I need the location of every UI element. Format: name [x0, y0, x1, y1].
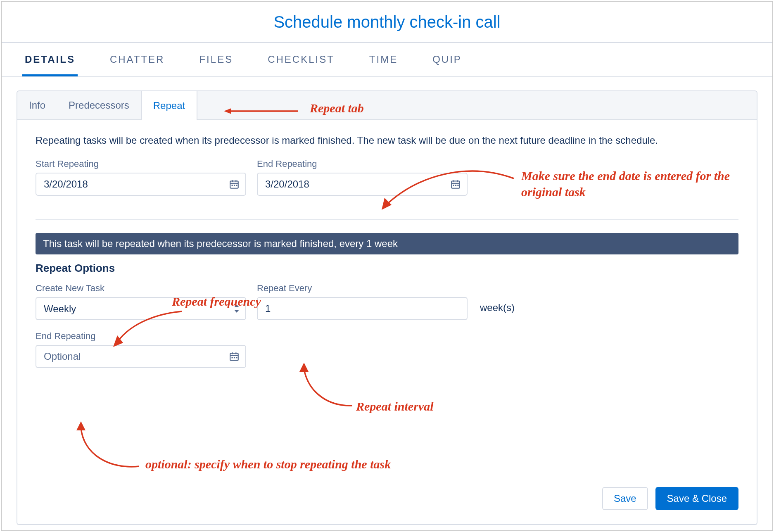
date-row: Start Repeating End Repeating — [36, 159, 738, 196]
svg-marker-15 — [234, 310, 239, 313]
end-repeating-bottom-field: End Repeating — [36, 331, 246, 368]
repeat-every-input-wrap — [257, 297, 468, 320]
tab-quip[interactable]: QUIP — [430, 43, 464, 76]
save-button[interactable]: Save — [602, 487, 648, 510]
subtab-predecessors[interactable]: Predecessors — [57, 91, 141, 119]
end-repeating-top-label: End Repeating — [257, 159, 468, 169]
repeat-every-units: week(s) — [478, 290, 515, 314]
frequency-row: Create New Task Weekly Repeat Every — [36, 283, 738, 320]
calendar-icon[interactable] — [229, 351, 240, 362]
tab-checklist[interactable]: CHECKLIST — [265, 43, 337, 76]
page-title: Schedule monthly check-in call — [273, 13, 500, 31]
tab-files[interactable]: FILES — [197, 43, 235, 76]
end-repeating-bottom-input[interactable] — [36, 345, 246, 368]
start-repeating-input-wrap — [36, 173, 246, 196]
repeat-options-title: Repeat Options — [36, 262, 738, 275]
create-new-task-label: Create New Task — [36, 283, 246, 294]
repeat-summary-banner: This task will be repeated when its pred… — [36, 233, 738, 254]
app-window: Schedule monthly check-in call DETAILS C… — [1, 1, 773, 531]
svg-rect-21 — [234, 357, 235, 358]
calendar-icon[interactable] — [450, 179, 461, 190]
tab-details[interactable]: DETAILS — [22, 43, 78, 76]
svg-marker-14 — [234, 304, 239, 307]
create-new-task-select[interactable]: Weekly — [36, 297, 246, 320]
chevron-up-down-icon — [234, 304, 240, 314]
end-repeating-bottom-input-wrap — [36, 345, 246, 368]
svg-rect-5 — [234, 185, 235, 186]
tab-chatter[interactable]: CHATTER — [107, 43, 167, 76]
svg-rect-11 — [453, 185, 454, 186]
svg-rect-0 — [230, 181, 238, 188]
save-close-button[interactable]: Save & Close — [655, 487, 738, 510]
svg-rect-6 — [236, 185, 237, 186]
subtab-info[interactable]: Info — [17, 91, 57, 119]
repeat-every-label: Repeat Every — [257, 283, 468, 294]
create-new-task-select-wrap: Weekly — [36, 297, 246, 320]
repeat-every-field: Repeat Every — [257, 283, 468, 320]
sub-tab-bar: Info Predecessors Repeat — [17, 90, 757, 120]
repeat-description: Repeating tasks will be created when its… — [36, 133, 738, 148]
divider — [36, 219, 738, 220]
end-bottom-row: End Repeating — [36, 331, 738, 368]
tab-time[interactable]: TIME — [367, 43, 400, 76]
start-repeating-label: Start Repeating — [36, 159, 246, 169]
end-repeating-top-field: End Repeating — [257, 159, 468, 196]
svg-rect-13 — [457, 185, 458, 186]
svg-rect-20 — [232, 357, 233, 358]
end-repeating-top-input-wrap — [257, 173, 468, 196]
svg-rect-7 — [451, 181, 460, 188]
repeat-every-input[interactable] — [257, 297, 468, 320]
main-tab-bar: DETAILS CHATTER FILES CHECKLIST TIME QUI… — [2, 43, 772, 77]
start-repeating-input[interactable] — [36, 173, 246, 196]
create-new-task-field: Create New Task Weekly — [36, 283, 246, 320]
svg-rect-12 — [455, 185, 456, 186]
end-repeating-top-input[interactable] — [257, 173, 468, 196]
repeat-panel: Repeating tasks will be created when its… — [17, 120, 757, 525]
svg-rect-4 — [232, 185, 233, 186]
end-repeating-bottom-label: End Repeating — [36, 331, 246, 342]
subtab-repeat[interactable]: Repeat — [141, 91, 197, 120]
title-bar: Schedule monthly check-in call — [2, 2, 772, 43]
start-repeating-field: Start Repeating — [36, 159, 246, 196]
svg-rect-22 — [236, 357, 237, 358]
calendar-icon[interactable] — [229, 179, 240, 190]
content-area: Info Predecessors Repeat Repeating tasks… — [2, 77, 772, 525]
footer-buttons: Save Save & Close — [602, 487, 738, 510]
